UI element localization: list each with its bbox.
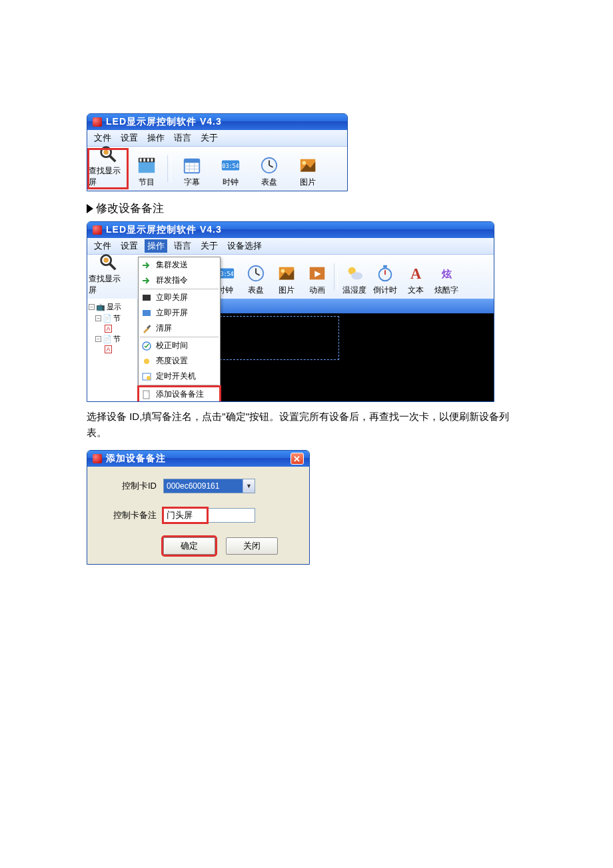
clapper-icon	[137, 155, 157, 175]
text-icon: A	[406, 263, 426, 283]
tree-node[interactable]: −📄节	[89, 313, 136, 324]
menu-item-label: 添加设备备注	[156, 389, 204, 400]
menu-item-group-send[interactable]: 群发指令	[139, 273, 220, 288]
svg-rect-5	[140, 159, 142, 162]
arrow-icon	[141, 275, 152, 286]
toolbar-text[interactable]: A 文本	[400, 257, 431, 296]
toolbar-temp-humidity[interactable]: 温湿度	[339, 257, 370, 296]
menu-item-schedule-power[interactable]: 定时开关机	[139, 369, 220, 384]
svg-rect-6	[143, 159, 145, 162]
toolbar-label: 节目	[139, 177, 155, 188]
svg-rect-39	[383, 265, 387, 268]
toolbar-picture[interactable]: 图片	[271, 257, 302, 296]
toolbar-label: 图片	[300, 177, 316, 188]
animation-icon	[307, 263, 327, 283]
menu-item-add-device-remark[interactable]: 添加设备备注	[139, 387, 220, 402]
toolbar-fancy-text[interactable]: 炫 炫酷字	[431, 257, 462, 296]
toolbar-label: 温湿度	[342, 285, 366, 296]
window-title: LED显示屏控制软件 V4.3	[106, 224, 222, 236]
menu-file[interactable]: 文件	[91, 239, 114, 253]
menu-about[interactable]: 关于	[198, 239, 221, 253]
menu-language[interactable]: 语言	[171, 131, 194, 145]
menu-operate[interactable]: 操作	[145, 131, 167, 145]
menu-item-brightness[interactable]: 亮度设置	[139, 353, 220, 369]
menu-item-label: 立即开屏	[156, 307, 188, 319]
toolbar-picture[interactable]: 图片	[289, 149, 327, 188]
toolbar-label: 表盘	[248, 285, 264, 296]
ok-button[interactable]: 确定	[163, 537, 215, 555]
triangle-bullet-icon	[87, 204, 93, 213]
svg-rect-8	[151, 159, 153, 162]
toolbar-subtitle[interactable]: 字幕	[173, 149, 211, 188]
toolbar-clock[interactable]: 03:54 时钟	[211, 149, 250, 188]
toolbar-find-screen[interactable]: 查找显示屏	[89, 149, 127, 188]
chevron-down-icon[interactable]: ▼	[243, 479, 255, 493]
menu-item-screen-off[interactable]: 立即关屏	[139, 290, 220, 305]
menu-operate[interactable]: 操作	[145, 239, 167, 253]
menu-item-screen-on[interactable]: 立即开屏	[139, 305, 220, 321]
menu-item-correct-time[interactable]: 校正时间	[139, 338, 220, 353]
toolbar-label: 查找显示屏	[89, 273, 127, 296]
window-titlebar: LED显示屏控制软件 V4.3	[87, 114, 347, 130]
toolbar-label: 炫酷字	[434, 285, 458, 296]
clock-face-icon	[259, 155, 279, 175]
tree-root[interactable]: −📺显示	[89, 301, 136, 313]
menu-device-select[interactable]: 设备选择	[225, 239, 265, 253]
clock-face-icon	[246, 263, 266, 283]
control-card-remark-input[interactable]: 门头屏	[163, 508, 255, 523]
field-label-id: 控制卡ID	[98, 480, 157, 492]
menu-item-label: 群发指令	[156, 275, 188, 286]
menu-about[interactable]: 关于	[198, 131, 221, 145]
menu-separator	[140, 337, 219, 337]
field-label-remark: 控制卡备注	[98, 509, 157, 521]
menu-separator	[140, 289, 219, 289]
form-row-remark: 控制卡备注 门头屏	[98, 508, 299, 523]
svg-point-22	[303, 161, 306, 165]
toolbar-separator	[334, 263, 338, 290]
menu-item-clear-screen[interactable]: 清屏	[139, 321, 220, 336]
menu-settings[interactable]: 设置	[118, 131, 141, 145]
toolbar-dial[interactable]: 表盘	[250, 149, 289, 188]
menu-item-label: 亮度设置	[156, 355, 188, 367]
toolbar-countdown[interactable]: 倒计时	[370, 257, 400, 296]
menu-settings[interactable]: 设置	[118, 239, 141, 253]
menu-item-label: 清屏	[156, 323, 172, 334]
toolbar-label: 表盘	[261, 177, 277, 188]
button-label: 确定	[181, 540, 198, 552]
clock-check-icon	[141, 341, 152, 351]
close-button[interactable]: ✕	[291, 453, 304, 465]
toolbar-dial[interactable]: 表盘	[241, 257, 271, 296]
app-icon	[93, 225, 102, 235]
form-row-id: 控制卡ID 000ec6009161 ▼	[98, 479, 299, 493]
menu-language[interactable]: 语言	[171, 239, 194, 253]
svg-point-2	[103, 149, 109, 155]
weather-icon	[344, 263, 364, 283]
svg-point-25	[103, 257, 109, 263]
note-icon	[141, 389, 152, 400]
operate-dropdown-menu: 集群发送 群发指令 立即关屏 立即开屏 清屏 校正时间 亮度设置	[138, 257, 221, 402]
timer-icon	[375, 263, 395, 283]
toolbar: 查找显示屏 节目 字幕 03:54 时钟 表盘	[87, 147, 347, 191]
picture-icon	[277, 263, 297, 283]
screenshot-dropdown-window: LED显示屏控制软件 V4.3 文件 设置 操作 语言 关于 设备选择 查找显示…	[87, 221, 494, 402]
toolbar-program[interactable]: 节目	[127, 149, 166, 188]
schedule-icon	[141, 371, 152, 382]
tree-leaf[interactable]: A	[89, 345, 136, 354]
control-card-id-combo[interactable]: 000ec6009161 ▼	[163, 479, 255, 493]
tree-node[interactable]: −📄节	[89, 333, 136, 345]
svg-rect-43	[143, 295, 151, 301]
dialog-title: 添加设备备注	[106, 453, 166, 465]
toolbar-label: 字幕	[184, 177, 200, 188]
svg-rect-3	[139, 161, 155, 173]
arrow-icon	[141, 260, 152, 271]
window-titlebar: LED显示屏控制软件 V4.3	[87, 222, 494, 238]
toolbar-find-screen[interactable]: 查找显示屏	[89, 257, 127, 296]
tree-leaf[interactable]: A	[89, 324, 136, 333]
menu-item-cluster-send[interactable]: 集群发送	[139, 257, 220, 273]
dialog-titlebar: 添加设备备注 ✕	[87, 451, 309, 467]
close-dialog-button[interactable]: 关闭	[226, 537, 278, 555]
sun-icon	[141, 356, 152, 367]
toolbar-animation[interactable]: 动画	[302, 257, 332, 296]
menu-file[interactable]: 文件	[91, 131, 114, 145]
svg-text:03:54: 03:54	[222, 163, 239, 169]
